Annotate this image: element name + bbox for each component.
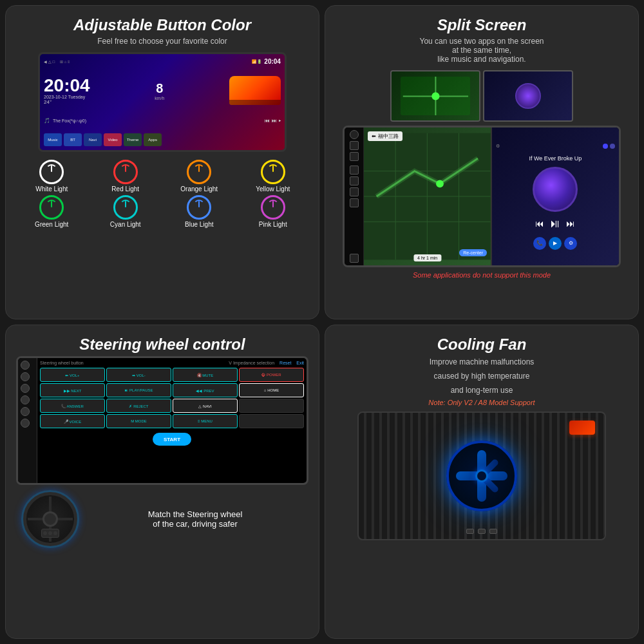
sw-mute[interactable]: 🔇 MUTE (173, 368, 238, 382)
sw-home[interactable]: ⌂ HOME (239, 383, 304, 397)
panel1-subtitle: Feel free to choose your favorite color (16, 37, 308, 46)
panel3-title: Steering wheel control (16, 336, 308, 354)
orange-power-icon (187, 160, 211, 184)
fan-assembly (446, 440, 517, 511)
orange-light-btn[interactable]: Orange Light (164, 160, 235, 193)
main-grid: Adjustable Button Color Feel free to cho… (0, 0, 644, 644)
pink-power-icon (261, 195, 285, 220)
cyan-power-icon (113, 195, 138, 220)
panel1-screen: ◀ △ □ ⊞ ⌂ ≡ 📶 🔋 20:04 20:04 2023-10-12 T… (38, 52, 287, 152)
sw-empty1 (239, 399, 304, 413)
sw-navi[interactable]: △ NAVI (173, 399, 238, 413)
split-navigation-pane: ⬅ 福中三路 4 hr 1 min Re-center (364, 128, 492, 265)
red-component (569, 421, 595, 435)
screen-temp: 24° (44, 99, 90, 105)
blue-power-icon (187, 195, 211, 220)
sw-reject[interactable]: ✗ REJECT (106, 399, 171, 413)
play-pause-btn[interactable]: ⏯ (549, 217, 561, 231)
screen-time-large: 20:04 (44, 77, 90, 95)
mini-screen-left (390, 70, 480, 122)
music-controls: ⏮ ⏯ ⏭ (535, 217, 575, 231)
screen-song: The Fox(*ψ∩ψ0) (53, 118, 86, 123)
reset-btn[interactable]: Reset (279, 361, 291, 365)
panel4-desc2: caused by high temperature (336, 370, 628, 382)
sw-voice[interactable]: 🎤 VOICE (40, 414, 105, 428)
green-light-label: Green Light (35, 221, 68, 228)
panel-button-color: Adjustable Button Color Feel free to cho… (5, 5, 319, 319)
steering-main-content: Steering wheel button V Impedance select… (37, 358, 307, 483)
red-light-btn[interactable]: Red Light (90, 160, 162, 193)
fan-center-hub (475, 469, 488, 482)
green-light-btn[interactable]: Green Light (16, 195, 88, 228)
sw-start-btn[interactable]: START (153, 433, 191, 446)
steering-sidebar (18, 358, 37, 483)
sw-menu[interactable]: ≡ MENU (173, 414, 238, 428)
cyan-light-btn[interactable]: Cyan Light (90, 195, 162, 228)
split-warning: Some applications do not support this mo… (336, 271, 628, 279)
split-music-pane: ⚙ If We Ever Broke Up ⏮ ⏯ ⏭ 📞 ▶ ⚙ (492, 128, 619, 265)
sw-power[interactable]: ⏻ POWER (239, 368, 304, 382)
next-btn[interactable]: ⏭ (566, 218, 575, 229)
light-buttons-grid: White Light Red Light Orange Light Yello… (16, 160, 308, 228)
panel1-title: Adjustable Button Color (16, 16, 308, 34)
yellow-power-icon (261, 160, 285, 184)
panel4-note: Note: Only V2 / A8 Model Support (336, 399, 628, 406)
main-split-display: ⬅ 福中三路 4 hr 1 min Re-center ⚙ If We Ever… (343, 126, 620, 267)
split-preview-row (336, 70, 628, 122)
white-light-label: White Light (35, 185, 68, 193)
white-light-btn[interactable]: White Light (16, 160, 88, 193)
steering-caption-line1: Match the Steering wheel (87, 509, 303, 519)
blue-light-btn[interactable]: Blue Light (164, 195, 235, 228)
sw-vol-down[interactable]: ➡ VOL- (106, 368, 171, 382)
sidebar-dot-5 (21, 407, 30, 416)
steering-screen: Steering wheel button V Impedance select… (16, 356, 308, 485)
sw-buttons-row2: ▶▶ NEXT ⏯ PLAY/PAUSE ◀◀ PREV ⌂ HOME (40, 383, 304, 397)
svg-point-2 (431, 92, 439, 100)
pink-light-label: Pink Light (259, 221, 287, 228)
prev-btn[interactable]: ⏮ (535, 218, 544, 229)
sw-prev[interactable]: ◀◀ PREV (173, 383, 238, 397)
sw-vol-up[interactable]: ⬅ VOL+ (40, 368, 105, 382)
panel4-desc3: and long-term use (336, 384, 628, 396)
sw-buttons-row3: 📞 ANSWER ✗ REJECT △ NAVI (40, 399, 304, 413)
white-power-icon (39, 160, 64, 184)
steering-caption-line2: of the car, driving safer (87, 519, 303, 529)
steering-header: Steering wheel button V Impedance select… (40, 361, 304, 365)
impedance-text: V Impedance selection (229, 361, 274, 365)
screen-time: 20:04 (264, 58, 281, 65)
cooling-device (357, 412, 606, 540)
steering-caption: Match the Steering wheel of the car, dri… (87, 509, 303, 529)
connector-ports (466, 529, 497, 534)
orange-light-label: Orange Light (180, 185, 218, 193)
split-song-title: If We Ever Broke Up (526, 155, 584, 162)
panel-steering-wheel: Steering wheel control Steering wheel bu… (5, 325, 319, 639)
red-power-icon (113, 160, 138, 184)
sw-play-pause[interactable]: ⏯ PLAY/PAUSE (106, 383, 171, 397)
exit-btn[interactable]: Exit (296, 361, 304, 365)
steering-bottom: Match the Steering wheel of the car, dri… (16, 490, 308, 548)
svg-point-10 (436, 180, 444, 187)
panel-cooling-fan: Cooling Fan Improve machine malfunctions… (325, 325, 639, 639)
sidebar-dot-3 (21, 384, 30, 393)
sw-buttons-row1: ⬅ VOL+ ➡ VOL- 🔇 MUTE ⏻ POWER (40, 368, 304, 382)
screen-speed: 8 (155, 81, 164, 96)
panel4-title: Cooling Fan (336, 336, 628, 354)
green-power-icon (39, 195, 64, 220)
sw-mode[interactable]: M MODE (106, 414, 171, 428)
yellow-light-label: Yellow Light (256, 185, 290, 193)
cyan-light-label: Cyan Light (110, 221, 141, 228)
sidebar-dot-1 (21, 361, 30, 370)
screen-unit: km/h (155, 96, 164, 100)
sw-next[interactable]: ▶▶ NEXT (40, 383, 105, 397)
steering-title-text: Steering wheel button (40, 361, 84, 365)
yellow-light-btn[interactable]: Yellow Light (238, 160, 309, 193)
sw-answer[interactable]: 📞 ANSWER (40, 399, 105, 413)
steering-wheel-display (21, 490, 79, 548)
album-art (533, 167, 578, 212)
panel4-desc1: Improve machine malfunctions (336, 356, 628, 368)
pink-light-btn[interactable]: Pink Light (238, 195, 309, 228)
sw-empty2 (239, 414, 304, 428)
mini-screen-right (483, 70, 573, 122)
panel2-subtitle: You can use two apps on the screen at th… (336, 37, 628, 64)
red-light-label: Red Light (111, 185, 139, 193)
